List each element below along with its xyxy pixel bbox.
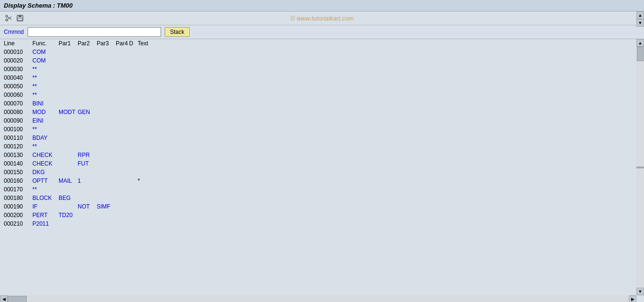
cell-line: 000160 bbox=[4, 177, 32, 185]
col-header-par4: Par4 bbox=[116, 40, 129, 47]
scroll-up-btn[interactable]: ▲ bbox=[636, 11, 644, 19]
cell-line: 000010 bbox=[4, 48, 32, 56]
col-header-text: Text bbox=[138, 40, 233, 47]
table-row[interactable]: 000080 MOD MODT GEN bbox=[4, 108, 640, 116]
table-row[interactable]: 000090 EINI bbox=[4, 116, 640, 125]
table-row[interactable]: 000060 ** bbox=[4, 91, 640, 99]
scroll-right-btn[interactable]: ▶ bbox=[629, 295, 636, 302]
cell-func: ** bbox=[32, 65, 59, 73]
page-title: Display Schema : TM00 bbox=[4, 2, 73, 9]
command-input[interactable] bbox=[28, 27, 161, 37]
save-icon[interactable] bbox=[15, 13, 25, 23]
cell-line: 000090 bbox=[4, 117, 32, 125]
cell-line: 000200 bbox=[4, 211, 32, 219]
scroll-down-btn[interactable]: ▼ bbox=[636, 19, 644, 27]
cell-func: IF bbox=[32, 203, 59, 210]
toolbar: © www.tutorialkart.com ▲ ▼ bbox=[0, 11, 644, 25]
col-header-line: Line bbox=[4, 40, 32, 47]
cell-line: 000180 bbox=[4, 194, 32, 202]
cell-func: BLOCK bbox=[32, 194, 59, 202]
cell-line: 000030 bbox=[4, 65, 32, 73]
table-row[interactable]: 000140 CHECK FUT bbox=[4, 159, 640, 168]
cell-line: 000150 bbox=[4, 168, 32, 176]
cell-func: ** bbox=[32, 74, 59, 82]
column-headers: Line Func. Par1 Par2 Par3 Par4 D Text bbox=[4, 39, 640, 48]
cell-func: DKG bbox=[32, 168, 59, 176]
scroll-resize-handle[interactable] bbox=[636, 167, 644, 168]
cell-func: ** bbox=[32, 143, 59, 150]
title-bar: Display Schema : TM00 bbox=[0, 0, 644, 11]
scroll-thumb-main[interactable] bbox=[637, 47, 644, 61]
table-row[interactable]: 000200 PERT TD20 bbox=[4, 211, 640, 219]
scroll-h-thumb[interactable] bbox=[8, 296, 27, 302]
table-row[interactable]: 000020 COM bbox=[4, 56, 640, 65]
svg-point-0 bbox=[6, 15, 8, 17]
table-row[interactable]: 000070 BINI bbox=[4, 99, 640, 108]
cell-func: ** bbox=[32, 83, 59, 90]
cell-line: 000040 bbox=[4, 74, 32, 82]
cell-par2: GEN bbox=[78, 108, 97, 116]
col-header-par1: Par1 bbox=[59, 40, 78, 47]
table-row[interactable]: 000210 P2011 bbox=[4, 219, 640, 228]
watermark: © www.tutorialkart.com bbox=[290, 15, 353, 22]
col-header-par2: Par2 bbox=[78, 40, 97, 47]
cell-line: 000070 bbox=[4, 100, 32, 107]
cell-line: 000100 bbox=[4, 125, 32, 133]
cell-par1: MODT bbox=[59, 108, 78, 116]
cell-func: P2011 bbox=[32, 220, 59, 228]
col-header-par3: Par3 bbox=[97, 40, 116, 47]
table-row[interactable]: 000170 ** bbox=[4, 185, 640, 194]
data-rows-container: 000010 COM 000020 COM 000030 ** bbox=[4, 48, 640, 228]
cell-line: 000210 bbox=[4, 220, 32, 228]
cell-par1: BEG bbox=[59, 194, 78, 202]
table-row[interactable]: 000120 ** bbox=[4, 142, 640, 151]
stack-button[interactable]: Stack bbox=[165, 27, 190, 37]
cell-func: OPTT bbox=[32, 177, 59, 185]
table-row[interactable]: 000030 ** bbox=[4, 65, 640, 73]
cell-func: ** bbox=[32, 125, 59, 133]
cell-par1: TD20 bbox=[59, 211, 78, 219]
vertical-scrollbar[interactable]: ▲ ▼ bbox=[636, 39, 644, 295]
cell-func: MOD bbox=[32, 108, 59, 116]
cell-par2: NOT bbox=[78, 203, 97, 210]
cell-line: 000190 bbox=[4, 203, 32, 210]
scroll-up-main[interactable]: ▲ bbox=[636, 39, 644, 47]
main-content: Line Func. Par1 Par2 Par3 Par4 D Text 00… bbox=[0, 39, 644, 302]
cell-func: COM bbox=[32, 57, 59, 64]
table-row[interactable]: 000050 ** bbox=[4, 82, 640, 91]
scroll-down-main[interactable]: ▼ bbox=[636, 288, 644, 295]
scissors-icon[interactable] bbox=[4, 13, 13, 23]
scroll-h-track bbox=[8, 295, 629, 302]
table-row[interactable]: 000190 IF NOT SIMF bbox=[4, 202, 640, 211]
table-row[interactable]: 000040 ** bbox=[4, 73, 640, 82]
cell-line: 000050 bbox=[4, 83, 32, 90]
table-row[interactable]: 000180 BLOCK BEG bbox=[4, 194, 640, 202]
scroll-track-main bbox=[636, 47, 644, 288]
table-row[interactable]: 000100 ** bbox=[4, 125, 640, 134]
table-row[interactable]: 000150 DKG bbox=[4, 168, 640, 177]
cell-par3: SIMF bbox=[97, 203, 116, 210]
cell-func: EINI bbox=[32, 117, 59, 125]
cell-line: 000020 bbox=[4, 57, 32, 64]
cell-func: CHECK bbox=[32, 160, 59, 167]
table-row[interactable]: 000010 COM bbox=[4, 48, 640, 56]
col-header-func: Func. bbox=[32, 40, 59, 47]
cell-line: 000080 bbox=[4, 108, 32, 116]
cell-line: 000170 bbox=[4, 186, 32, 193]
cell-par1: MAIL bbox=[59, 177, 78, 185]
scroll-left-btn[interactable]: ◀ bbox=[0, 295, 8, 302]
horizontal-scrollbar[interactable]: ◀ ▶ bbox=[0, 295, 636, 302]
cell-text: * bbox=[138, 177, 233, 185]
cell-func: BINI bbox=[32, 100, 59, 107]
cell-line: 000120 bbox=[4, 143, 32, 150]
table-row[interactable]: 000130 CHECK RPR bbox=[4, 151, 640, 159]
cell-func: COM bbox=[32, 48, 59, 56]
svg-point-1 bbox=[6, 19, 8, 21]
cell-line: 000110 bbox=[4, 134, 32, 142]
command-bar: Cmmnd Stack bbox=[0, 25, 644, 39]
svg-rect-5 bbox=[19, 15, 21, 17]
cell-line: 000060 bbox=[4, 91, 32, 99]
col-header-d: D bbox=[129, 40, 138, 47]
table-row[interactable]: 000110 BDAY bbox=[4, 134, 640, 142]
table-row[interactable]: 000160 OPTT MAIL 1 * bbox=[4, 177, 640, 185]
